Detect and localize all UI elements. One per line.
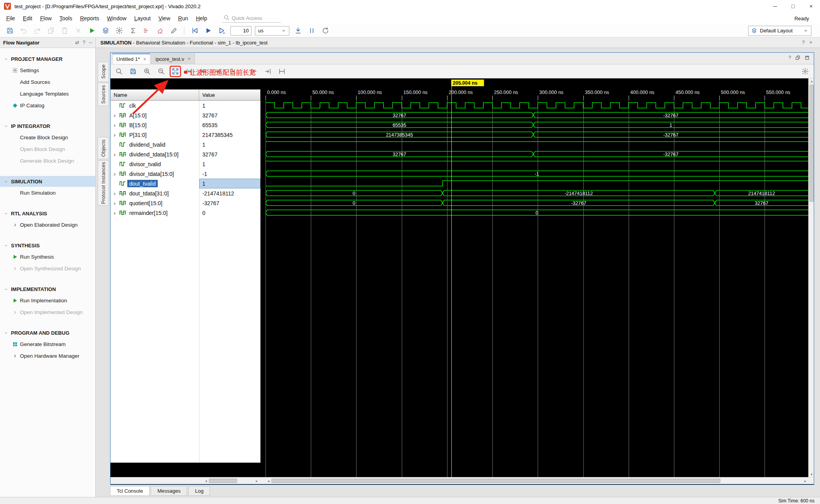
wave-settings-button[interactable] xyxy=(800,67,810,76)
flow-section-header-program-and-debug[interactable]: PROGRAM AND DEBUG xyxy=(0,327,95,338)
zoom-to-cursor-button[interactable] xyxy=(185,67,194,76)
signal-row-clk[interactable]: clk xyxy=(111,101,199,110)
layout-select[interactable]: Default Layout xyxy=(748,26,811,36)
flow-nav-minimize-icon[interactable]: ─ xyxy=(89,40,92,45)
menu-item-view[interactable]: View xyxy=(155,13,174,23)
scroll-right-icon[interactable]: ▸ xyxy=(802,479,808,483)
menu-item-edit[interactable]: Edit xyxy=(19,13,36,23)
flow-nav-collapse-icon[interactable]: ⇄ xyxy=(75,40,79,45)
breakpoint-button[interactable] xyxy=(141,26,152,36)
relaunch-simulation-button[interactable] xyxy=(320,26,330,36)
wave-horizontal-scrollbar[interactable]: ◂ ▸ xyxy=(266,478,808,484)
side-tab-sources[interactable]: Sources xyxy=(98,83,109,106)
edit-button[interactable] xyxy=(169,26,179,36)
save-project-button[interactable] xyxy=(5,26,15,36)
console-tab-log[interactable]: Log xyxy=(188,486,210,496)
menu-item-layout[interactable]: Layout xyxy=(130,13,155,23)
flow-item-open-hardware-manager[interactable]: ›Open Hardware Manager xyxy=(0,350,95,362)
context-help-icon[interactable]: ? xyxy=(802,40,805,45)
copy-button[interactable] xyxy=(46,26,56,36)
flow-nav-help-icon[interactable]: ? xyxy=(83,40,86,45)
flow-item-open-synthesized-design[interactable]: ›Open Synthesized Design xyxy=(0,263,95,274)
side-tab-protocol-instances[interactable]: Protocol Instances xyxy=(98,160,109,206)
console-tab-tcl-console[interactable]: Tcl Console xyxy=(110,486,150,496)
find-button[interactable] xyxy=(114,67,124,76)
signal-row-dividend-tvalid[interactable]: dividend_tvalid xyxy=(111,140,199,149)
waveform-canvas[interactable]: 0.000 ns50.000 ns100.000 ns150.000 ns200… xyxy=(266,78,808,477)
flow-item-generate-bitstream[interactable]: Generate Bitstream xyxy=(0,338,95,350)
close-tab-icon[interactable]: × xyxy=(188,56,191,62)
scroll-up-icon[interactable]: ▴ xyxy=(809,78,814,84)
signal-row-b-15-0[interactable]: ›B[15:0] xyxy=(111,120,199,130)
flow-item-open-elaborated-design[interactable]: ›Open Elaborated Design xyxy=(0,219,95,231)
signal-row-a-15-0[interactable]: ›A[15:0] xyxy=(111,110,199,120)
sum-button[interactable] xyxy=(128,26,138,36)
expand-arrow-icon[interactable]: › xyxy=(114,210,118,216)
run-for-button[interactable] xyxy=(217,26,227,36)
run-time-input[interactable] xyxy=(230,26,251,35)
maximize-window-icon[interactable] xyxy=(804,55,810,60)
side-tab-scope[interactable]: Scope xyxy=(98,62,109,82)
scroll-thumb[interactable] xyxy=(271,479,720,483)
expand-arrow-icon[interactable]: › xyxy=(114,112,118,118)
menu-item-run[interactable]: Run xyxy=(174,13,192,23)
flow-section-header-rtl-analysis[interactable]: RTL ANALYSIS xyxy=(0,208,95,219)
side-tab-objects[interactable]: Objects xyxy=(98,137,109,159)
delete-button[interactable] xyxy=(73,26,83,36)
signal-row-divisor-tvalid[interactable]: divisor_tvalid xyxy=(111,159,199,169)
swap-cursor-button[interactable] xyxy=(277,67,287,76)
flow-item-run-implementation[interactable]: Run Implementation xyxy=(0,295,95,306)
go-to-end-button[interactable] xyxy=(263,67,273,76)
flow-item-add-sources[interactable]: Add Sources xyxy=(0,76,95,88)
flow-item-language-templates[interactable]: Language Templates xyxy=(0,88,95,99)
flow-item-run-synthesis[interactable]: Run Synthesis xyxy=(0,251,95,263)
expand-arrow-icon[interactable]: › xyxy=(114,122,118,128)
undo-button[interactable] xyxy=(18,26,29,36)
editor-tab-untitled-1[interactable]: Untitled 1*× xyxy=(112,53,150,64)
maximize-button[interactable]: □ xyxy=(784,0,802,12)
paste-button[interactable] xyxy=(59,26,70,36)
clean-button[interactable] xyxy=(155,26,165,36)
previous-transition-button[interactable] xyxy=(199,67,208,76)
expand-arrow-icon[interactable]: › xyxy=(114,151,118,157)
flow-item-generate-block-design[interactable]: Generate Block Design xyxy=(0,155,95,167)
menu-item-flow[interactable]: Flow xyxy=(36,13,56,23)
scroll-thumb[interactable] xyxy=(809,85,814,202)
flow-item-open-implemented-design[interactable]: ›Open Implemented Design xyxy=(0,306,95,318)
menu-item-help[interactable]: Help xyxy=(192,13,211,23)
signal-row-p-31-0[interactable]: ›P[31:0] xyxy=(111,130,199,140)
signal-row-dout-tvalid[interactable]: dout_tvalid xyxy=(111,179,199,188)
close-tab-icon[interactable]: × xyxy=(143,57,146,62)
expand-arrow-icon[interactable]: › xyxy=(114,171,118,177)
menu-item-tools[interactable]: Tools xyxy=(55,13,76,23)
scroll-left-icon[interactable]: ◂ xyxy=(266,479,271,483)
minimize-button[interactable]: ─ xyxy=(766,0,784,12)
signal-row-dout-tdata-31-0[interactable]: ›dout_tdata[31:0] xyxy=(111,188,199,198)
float-window-icon[interactable] xyxy=(795,55,800,60)
scroll-right-icon[interactable]: ▸ xyxy=(254,479,260,483)
wave-vertical-scrollbar[interactable]: ▴ ▾ xyxy=(808,78,814,477)
zoom-fit-button[interactable] xyxy=(171,67,180,76)
run-button[interactable] xyxy=(87,26,97,36)
expand-arrow-icon[interactable]: › xyxy=(114,200,118,206)
scroll-left-icon[interactable]: ◂ xyxy=(203,479,209,483)
flow-section-header-implementation[interactable]: IMPLEMENTATION xyxy=(0,284,95,295)
console-tab-messages[interactable]: Messages xyxy=(151,486,187,496)
flow-section-header-project-manager[interactable]: PROJECT MANAGER xyxy=(0,53,95,64)
redo-button[interactable] xyxy=(32,26,42,36)
restart-simulation-button[interactable] xyxy=(189,26,200,36)
flow-item-create-block-design[interactable]: Create Block Design xyxy=(0,131,95,143)
flow-section-header-ip-integrator[interactable]: IP INTEGRATOR xyxy=(0,121,95,131)
zoom-in-button[interactable] xyxy=(143,67,152,76)
signal-row-dividend-tdata-15-0[interactable]: ›dividend_tdata[15:0] xyxy=(111,149,199,159)
scroll-thumb[interactable] xyxy=(209,479,237,483)
signal-row-remainder-15-0[interactable]: ›remainder[15:0] xyxy=(111,208,199,218)
wave-help-icon[interactable]: ? xyxy=(788,55,791,60)
cursor-time-flag[interactable]: 205.004 ns xyxy=(451,80,484,86)
name-column-header[interactable]: Name xyxy=(111,89,199,101)
name-horizontal-scrollbar[interactable]: ◂ ▸ xyxy=(203,478,260,483)
go-to-start-button[interactable] xyxy=(249,67,258,76)
expand-arrow-icon[interactable]: › xyxy=(114,190,118,196)
add-marker-button[interactable] xyxy=(227,67,236,76)
menu-item-file[interactable]: File xyxy=(2,13,19,23)
